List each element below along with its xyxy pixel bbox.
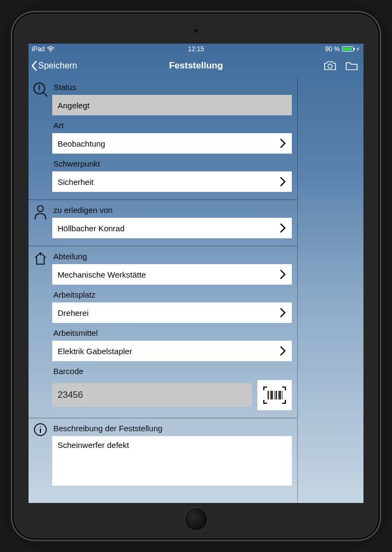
status-value: Angelegt — [52, 95, 292, 115]
page-title: Feststellung — [29, 60, 363, 71]
responsible-label: zu erledigen von — [52, 201, 292, 218]
svg-point-17 — [40, 426, 41, 427]
chevron-right-icon — [279, 306, 286, 319]
info-icon — [33, 423, 47, 487]
schwerpunkt-label: Schwerpunkt — [52, 155, 292, 171]
abteilung-value-text: Mechanische Werkstätte — [58, 270, 279, 279]
battery-icon — [342, 46, 354, 52]
chevron-right-icon — [279, 175, 286, 188]
camera-icon — [324, 60, 337, 71]
camera-dot — [193, 28, 199, 33]
status-value-text: Angelegt — [58, 101, 286, 110]
chevron-right-icon — [279, 137, 286, 150]
svg-line-3 — [44, 93, 48, 97]
home-button[interactable] — [184, 507, 208, 531]
chevron-right-icon — [279, 344, 286, 357]
abteilung-picker[interactable]: Mechanische Werkstätte — [52, 264, 292, 285]
section-location: Abteilung Mechanische Werkstätte Arbeits… — [29, 246, 297, 418]
status-bar: iPad 12:15 90 % ⚡︎ — [29, 44, 363, 54]
arbeitsplatz-value-text: Dreherei — [58, 308, 279, 318]
responsible-value-text: Höllbacher Konrad — [58, 224, 279, 233]
person-icon — [33, 204, 47, 239]
schwerpunkt-picker[interactable]: Sicherheit — [52, 171, 292, 192]
abteilung-label: Abteilung — [52, 247, 292, 264]
camera-button[interactable] — [324, 60, 337, 71]
schwerpunkt-value-text: Sicherheit — [58, 177, 279, 187]
svg-point-1 — [328, 64, 332, 68]
barcode-icon — [262, 385, 287, 405]
magnifier-alert-icon — [32, 81, 48, 193]
chevron-left-icon — [31, 60, 38, 72]
section-responsible: zu erledigen von Höllbacher Konrad — [29, 200, 297, 246]
art-picker[interactable]: Beobachtung — [52, 133, 292, 154]
side-column — [298, 77, 363, 503]
house-icon — [33, 251, 48, 411]
folder-icon — [345, 60, 358, 71]
barcode-label: Barcode — [52, 362, 292, 379]
section-description: Beschreibung der Feststellung Scheinwerf… — [29, 418, 297, 493]
clock: 12:15 — [29, 45, 363, 53]
arbeitsmittel-picker[interactable]: Elektrik Gabelstapler — [52, 341, 292, 361]
ipad-frame: iPad 12:15 90 % ⚡︎ Speichern Feststellun… — [11, 11, 381, 541]
status-label: Status — [52, 78, 292, 95]
content-split: Status Angelegt Art Beobachtung — [29, 77, 363, 503]
scan-barcode-button[interactable] — [257, 380, 292, 410]
form-column: Status Angelegt Art Beobachtung — [29, 77, 298, 503]
back-label: Speichern — [38, 61, 77, 71]
art-label: Art — [52, 116, 292, 133]
chevron-right-icon — [279, 222, 286, 234]
screen: iPad 12:15 90 % ⚡︎ Speichern Feststellun… — [29, 44, 363, 503]
description-label: Beschreibung der Feststellung — [52, 419, 292, 436]
nav-bar: Speichern Feststellung — [29, 54, 363, 77]
barcode-value: 23456 — [52, 383, 252, 407]
barcode-value-text: 23456 — [58, 390, 83, 401]
arbeitsplatz-picker[interactable]: Dreherei — [52, 302, 292, 323]
folder-button[interactable] — [345, 60, 358, 71]
section-identification: Status Angelegt Art Beobachtung — [29, 77, 297, 200]
arbeitsmittel-value-text: Elektrik Gabelstapler — [58, 347, 279, 356]
svg-point-6 — [38, 206, 44, 212]
description-text: Scheinwerfer defekt — [58, 440, 129, 450]
arbeitsmittel-label: Arbeitsmittel — [52, 324, 292, 341]
description-textarea[interactable]: Scheinwerfer defekt — [52, 436, 292, 486]
chevron-right-icon — [279, 268, 286, 281]
responsible-picker[interactable]: Höllbacher Konrad — [52, 218, 292, 238]
back-button[interactable]: Speichern — [31, 60, 77, 72]
art-value-text: Beobachtung — [58, 139, 279, 148]
arbeitsplatz-label: Arbeitsplatz — [52, 286, 292, 302]
